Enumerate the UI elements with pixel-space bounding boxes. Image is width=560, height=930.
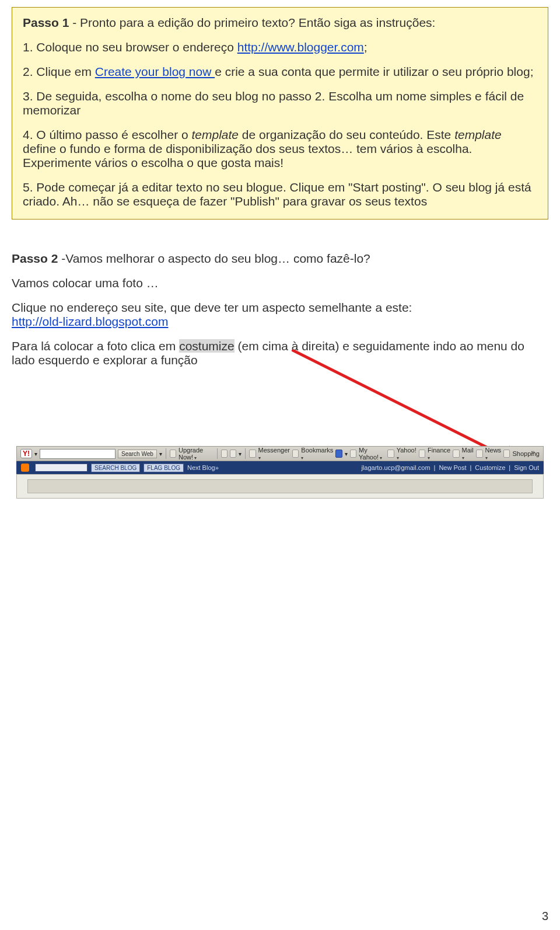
navbar-right: jlagarto.ucp@gmail.com | New Post | Cust… xyxy=(361,464,539,471)
blogger-navbar: SEARCH BLOG FLAG BLOG Next Blog» jlagart… xyxy=(16,461,544,474)
passo2-p3: Para lá colocar a foto clica em costumiz… xyxy=(12,339,548,367)
finance-icon xyxy=(419,450,425,458)
flag-blog-button[interactable]: FLAG BLOG xyxy=(144,464,184,472)
blogspot-link[interactable]: http://old-lizard.blogspot.com xyxy=(12,315,168,328)
yahoo-search-input[interactable] xyxy=(40,449,116,459)
item2-prefix: 2. Clique em xyxy=(23,65,95,78)
passo1-item3: 3. De seguida, escolha o nome do seu blo… xyxy=(23,89,537,117)
blogger-logo-icon xyxy=(21,464,29,472)
item4-b: template xyxy=(191,128,239,141)
navbar-sep: | xyxy=(509,464,510,471)
passo1-title-bold: Passo 1 xyxy=(23,16,69,29)
passo1-item1: 1. Coloque no seu browser o endereço htt… xyxy=(23,40,537,54)
upgrade-icon xyxy=(170,450,176,458)
item2-suffix: e crie a sua conta que permite ir utiliz… xyxy=(215,65,533,78)
yahoo-button[interactable]: Yahoo! xyxy=(397,447,416,461)
mail-icon xyxy=(453,450,459,458)
passo1-box: Passo 1 - Pronto para a edição do primei… xyxy=(12,7,548,220)
passo1-item5: 5. Pode começar já a editar texto no seu… xyxy=(23,180,537,208)
search-blog-button[interactable]: SEARCH BLOG xyxy=(91,464,140,472)
passo1-item2: 2. Clique em Create your blog now e crie… xyxy=(23,65,537,79)
create-blog-link[interactable]: Create your blog now xyxy=(95,65,215,78)
separator xyxy=(217,448,218,459)
overflow-chevron-icon[interactable]: » xyxy=(531,448,535,455)
p2-a: Clique no endereço seu site, que deve te… xyxy=(12,301,412,314)
passo1-title: Passo 1 - Pronto para a edição do primei… xyxy=(23,16,537,30)
messenger-icon xyxy=(249,450,256,458)
upgrade-button[interactable]: Upgrade Now! xyxy=(178,447,214,461)
customize-link[interactable]: Customize xyxy=(475,464,505,471)
navbar-sep: | xyxy=(434,464,436,471)
passo2-title-rest: -Vamos melhorar o aspecto do seu blog… c… xyxy=(61,252,370,265)
page-number: 3 xyxy=(542,910,548,923)
toolbar-icon[interactable] xyxy=(230,450,236,458)
shopping-icon xyxy=(503,450,510,458)
passo1-title-rest: - Pronto para a edição do primeiro texto… xyxy=(69,16,435,29)
yahoo-icon xyxy=(387,450,394,458)
item1-prefix: 1. Coloque no seu browser o endereço xyxy=(23,40,237,54)
yahoo-logo-icon: Y! xyxy=(20,449,32,458)
passo2-p1: Vamos colocar uma foto … xyxy=(12,276,548,290)
user-email: jlagarto.ucp@gmail.com xyxy=(361,464,430,471)
toolbar-icon[interactable] xyxy=(221,450,228,458)
passo2-title: Passo 2 -Vamos melhorar o aspecto do seu… xyxy=(12,252,548,266)
plus-icon[interactable] xyxy=(335,450,342,458)
shopping-button[interactable]: Shopping xyxy=(512,450,540,457)
navbar-left: SEARCH BLOG FLAG BLOG Next Blog» xyxy=(21,464,219,472)
sign-out-link[interactable]: Sign Out xyxy=(514,464,539,471)
blog-content-area xyxy=(16,474,544,499)
item4-d: template xyxy=(454,128,502,141)
separator xyxy=(245,448,246,459)
costumize-highlight: costumize xyxy=(179,339,235,353)
mail-button[interactable]: Mail xyxy=(462,447,474,461)
yahoo-toolbar: Y! ▾ Search Web ▾ Upgrade Now! ▾ Messeng… xyxy=(16,446,544,461)
item4-a: 4. O último passo é escolher o xyxy=(23,128,191,141)
next-blog-link[interactable]: Next Blog» xyxy=(187,464,219,471)
separator xyxy=(166,448,166,459)
p3-a: Para lá colocar a foto clica em xyxy=(12,339,179,353)
item4-e: define o fundo e forma de disponibilizaç… xyxy=(23,142,472,169)
blog-search-input[interactable] xyxy=(35,464,88,472)
myyahoo-button[interactable]: My Yahoo! xyxy=(359,447,385,461)
myyahoo-icon xyxy=(350,450,356,458)
news-button[interactable]: News xyxy=(485,447,502,461)
passo2-p2: Clique no endereço seu site, que deve te… xyxy=(12,301,548,329)
item1-suffix: ; xyxy=(364,40,368,54)
news-icon xyxy=(476,450,482,458)
search-web-button[interactable]: Search Web xyxy=(118,450,157,458)
bookmarks-icon xyxy=(292,450,299,458)
navbar-sep: | xyxy=(470,464,472,471)
passo2-title-bold: Passo 2 xyxy=(12,252,61,265)
new-post-link[interactable]: New Post xyxy=(439,464,466,471)
item4-c: de organização do seu conteúdo. Este xyxy=(239,128,454,141)
bookmarks-button[interactable]: Bookmarks xyxy=(301,447,333,461)
finance-button[interactable]: Finance xyxy=(428,447,450,461)
messenger-button[interactable]: Messenger xyxy=(258,447,290,461)
browser-screenshot: Y! ▾ Search Web ▾ Upgrade Now! ▾ Messeng… xyxy=(12,385,548,525)
blogger-link[interactable]: http://www.blogger.com xyxy=(237,40,364,54)
blog-inner-panel xyxy=(27,479,533,493)
passo1-item4: 4. O último passo é escolher o template … xyxy=(23,128,537,170)
